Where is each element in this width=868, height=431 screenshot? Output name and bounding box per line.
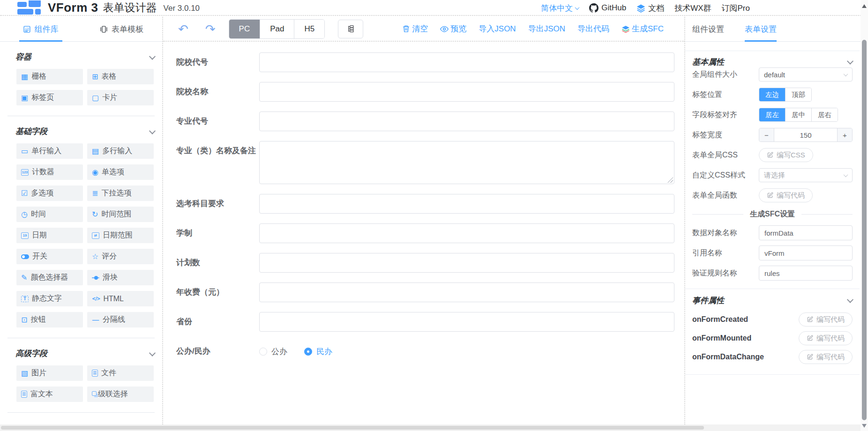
form-field-row-计划数[interactable]: 计划数 [176,253,674,273]
widget-item-多选项[interactable]: ☑多选项 [16,186,83,201]
edit-onformmounted-button[interactable]: 编写代码 [799,331,853,345]
widget-item-多行输入[interactable]: ▤多行输入 [87,143,154,159]
segment-align-right[interactable]: 居右 [811,108,838,121]
scroll-down-arrow-icon[interactable] [862,424,867,428]
form-field-row-院校名称[interactable]: 院校名称 [176,82,674,102]
segment-top[interactable]: 顶部 [785,88,811,101]
segment-left[interactable]: 左边 [759,88,785,101]
form-field-row-专业代号[interactable]: 专业代号 [176,111,674,131]
stepper-minus-button[interactable]: − [759,128,774,141]
widget-item-开关[interactable]: 开关 [16,249,83,264]
section-header-基础字段[interactable]: 基础字段 [15,116,155,137]
rules-name-input[interactable]: rules [759,266,853,281]
radio-icon[interactable] [259,348,267,356]
node-tree-button[interactable] [338,20,363,38]
device-tab-h5[interactable]: H5 [294,20,324,38]
widget-item-颜色选择器[interactable]: ✎颜色选择器 [16,270,83,285]
horizontal-scrollbar-thumb[interactable] [1,426,704,430]
textarea-input[interactable] [259,141,674,184]
tab-form-templates[interactable]: 表单模板 [81,17,162,41]
text-input[interactable] [259,312,674,332]
edit-css-button[interactable]: 编写CSS [759,148,813,162]
section-header-高级字段[interactable]: 高级字段 [15,338,155,359]
form-field-row-院校代号[interactable]: 院校代号 [176,52,674,72]
text-input[interactable] [259,282,674,302]
segment-align-left[interactable]: 居左 [759,108,785,121]
tab-widget-library[interactable]: 组件库 [0,17,81,41]
widget-item-时间范围[interactable]: ↻时间范围 [87,207,154,222]
segment-align-center[interactable]: 居中 [785,108,811,121]
language-selector[interactable]: 简体中文 [541,3,579,14]
tab-form-settings[interactable]: 表单设置 [745,17,777,41]
device-tab-pc[interactable]: PC [229,20,260,38]
toolbar-action-label: 导入JSON [479,23,516,34]
widget-item-图片[interactable]: ▧图片 [16,365,83,381]
text-input[interactable] [259,52,674,72]
global-size-select[interactable]: default [759,67,853,82]
widget-item-日期[interactable]: 19日期 [16,228,83,243]
form-field-row-年收费（元）[interactable]: 年收费（元） [176,282,674,302]
tab-widget-settings[interactable]: 组件设置 [692,17,724,41]
basic-props-header[interactable]: 基本属性 [692,56,853,67]
widget-item-日期范围[interactable]: ⇄日期范围 [87,228,154,243]
widget-item-下拉选项[interactable]: ≣下拉选项 [87,186,154,201]
widget-item-label: 卡片 [102,93,117,103]
undo-icon[interactable]: ↶ [178,23,188,35]
vertical-scrollbar-thumb[interactable] [862,40,867,420]
ref-name-input[interactable]: vForm [759,245,853,260]
widget-item-分隔线[interactable]: —分隔线 [87,312,154,327]
widget-item-按钮[interactable]: ⊡按钮 [16,312,83,327]
widget-item-静态文字[interactable]: T静态文字 [16,291,83,306]
event-props-header[interactable]: 事件属性 [692,295,853,306]
widget-item-栅格[interactable]: ▦栅格 [16,69,83,84]
widget-item-计数器[interactable]: 123计数器 [16,164,83,180]
redo-icon[interactable]: ↷ [205,23,216,35]
docs-link[interactable]: 文档 [636,3,664,14]
edit-functions-button[interactable]: 编写代码 [759,188,813,202]
radio-icon[interactable] [304,348,312,356]
github-link[interactable]: GitHub [589,3,626,13]
widget-item-卡片[interactable]: ▢卡片 [87,90,154,105]
custom-css-select[interactable]: 请选择 [759,168,853,182]
device-tab-pad[interactable]: Pad [260,20,294,38]
edit-onformdatachange-button[interactable]: 编写代码 [799,350,853,364]
toolbar-action-预览[interactable]: 预览 [440,23,466,34]
widget-item-富文本[interactable]: 富文本 [16,386,83,402]
toolbar-action-导入JSON[interactable]: 导入JSON [479,23,516,34]
section-header-容器[interactable]: 容器 [15,42,155,62]
widget-item-文件[interactable]: 文件 [87,365,154,381]
widget-item-HTML[interactable]: </>HTML [87,291,154,306]
widget-item-标签页[interactable]: ▣标签页 [16,90,83,105]
resize-handle[interactable] [667,177,673,183]
widget-item-表格[interactable]: ⊞表格 [87,69,154,84]
toolbar-action-导出JSON[interactable]: 导出JSON [528,23,565,34]
subscribe-pro-link[interactable]: 订阅Pro [722,3,750,14]
form-field-row-学制[interactable]: 学制 [176,223,674,243]
text-input[interactable] [259,82,674,102]
radio-option-公办[interactable]: 公办 [259,346,287,357]
widget-item-级联选择[interactable]: 级联选择 [87,386,154,402]
form-field-row-省份[interactable]: 省份 [176,312,674,332]
text-input[interactable] [259,253,674,273]
text-input[interactable] [259,223,674,243]
stepper-plus-button[interactable]: + [837,128,852,141]
radio-option-民办[interactable]: 民办 [304,346,332,357]
form-field-row-专业（类）名称及备注[interactable]: 专业（类）名称及备注 [176,141,674,184]
widget-item-滑块[interactable]: 滑块 [87,270,154,285]
stepper-value[interactable]: 150 [774,128,837,141]
widget-item-单选项[interactable]: ◉单选项 [87,164,154,180]
toolbar-action-生成SFC[interactable]: 生成SFC [621,23,664,34]
widget-item-时间[interactable]: ◷时间 [16,207,83,222]
widget-item-评分[interactable]: ☆评分 [87,249,154,264]
wx-group-link[interactable]: 技术WX群 [674,3,711,14]
data-object-input[interactable]: formData [759,225,853,240]
form-field-row-公办/民办[interactable]: 公办/民办公办民办 [176,342,674,361]
edit-onformcreated-button[interactable]: 编写代码 [799,312,853,327]
text-input[interactable] [259,194,674,214]
toolbar-action-导出代码[interactable]: 导出代码 [577,23,609,34]
form-field-row-选考科目要求[interactable]: 选考科目要求 [176,194,674,214]
widget-item-单行输入[interactable]: ▭单行输入 [16,143,83,159]
scroll-up-arrow-icon[interactable] [862,4,867,8]
text-input[interactable] [259,111,674,131]
toolbar-action-清空[interactable]: 清空 [402,23,428,34]
